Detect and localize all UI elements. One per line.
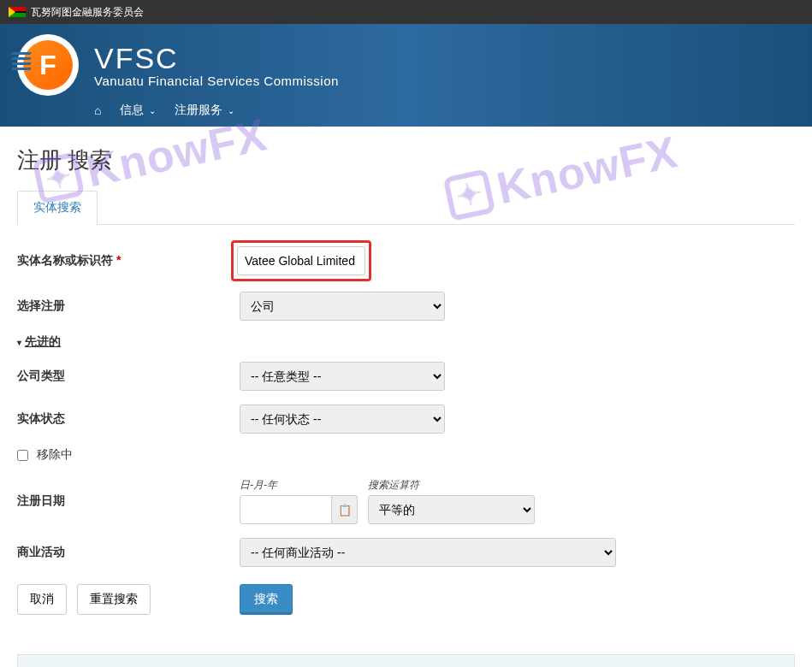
nav-home[interactable]: ⌂ xyxy=(94,103,101,117)
company-type-label: 公司类型 xyxy=(17,369,240,384)
chevron-down-icon: ⌄ xyxy=(149,106,156,115)
home-icon: ⌂ xyxy=(94,103,101,117)
entity-name-label: 实体名称或标识符 * xyxy=(17,253,240,269)
cancel-button[interactable]: 取消 xyxy=(17,584,67,615)
tabs: 实体搜索 xyxy=(17,191,795,225)
date-picker-button[interactable]: 📋 xyxy=(332,495,358,524)
nav-register-services[interactable]: 注册服务 ⌄ xyxy=(175,103,234,118)
company-type-select[interactable]: -- 任意类型 -- xyxy=(240,362,445,391)
business-activity-select[interactable]: -- 任何商业活动 -- xyxy=(240,538,616,567)
business-activity-label: 商业活动 xyxy=(17,545,240,560)
topbar: 瓦努阿图金融服务委员会 xyxy=(0,0,812,24)
main-nav: ⌂ 信息 ⌄ 注册服务 ⌄ xyxy=(94,103,795,127)
reg-date-input[interactable] xyxy=(240,495,332,524)
header: F VFSC Vanuatu Financial Services Commis… xyxy=(0,24,812,127)
reg-date-label: 注册日期 xyxy=(17,493,240,509)
select-register-label: 选择注册 xyxy=(17,298,240,314)
results-panel: 未找到结果 xyxy=(17,654,795,667)
removing-checkbox-label[interactable]: 移除中 xyxy=(17,447,73,461)
nav-info-label: 信息 xyxy=(120,103,144,118)
select-register[interactable]: 公司 xyxy=(240,292,445,321)
operator-sublabel: 搜索运算符 xyxy=(368,478,535,493)
chevron-down-icon: ⌄ xyxy=(228,106,234,115)
entity-status-select[interactable]: -- 任何状态 -- xyxy=(240,404,445,434)
entity-status-label: 实体状态 xyxy=(17,411,240,427)
highlight-annotation xyxy=(231,240,371,281)
removing-checkbox[interactable] xyxy=(17,450,28,461)
date-sublabel: 日-月-年 xyxy=(240,478,358,493)
reset-button[interactable]: 重置搜索 xyxy=(77,584,151,615)
vanuatu-flag-icon xyxy=(9,7,26,17)
calendar-icon: 📋 xyxy=(338,504,352,516)
caret-down-icon: ▾ xyxy=(17,338,21,347)
topbar-title: 瓦努阿图金融服务委员会 xyxy=(31,5,144,20)
tab-entity-search[interactable]: 实体搜索 xyxy=(17,191,98,225)
brand-text: VFSC Vanuatu Financial Services Commissi… xyxy=(94,42,339,88)
advanced-toggle[interactable]: ▾先进的 xyxy=(17,334,61,350)
content: 注册 搜索 实体搜索 实体名称或标识符 * 选择注册 公司 ▾先进的 公司类型 xyxy=(0,127,812,640)
search-button[interactable]: 搜索 xyxy=(240,584,293,615)
entity-name-input[interactable] xyxy=(237,246,365,275)
brand-subtitle: Vanuatu Financial Services Commission xyxy=(94,74,339,88)
search-operator-select[interactable]: 平等的 xyxy=(368,495,535,524)
vfsc-logo: F xyxy=(17,34,79,96)
brand-title: VFSC xyxy=(94,42,339,75)
nav-info[interactable]: 信息 ⌄ xyxy=(120,103,156,118)
page-title: 注册 搜索 xyxy=(17,145,795,175)
nav-register-services-label: 注册服务 xyxy=(175,103,222,118)
